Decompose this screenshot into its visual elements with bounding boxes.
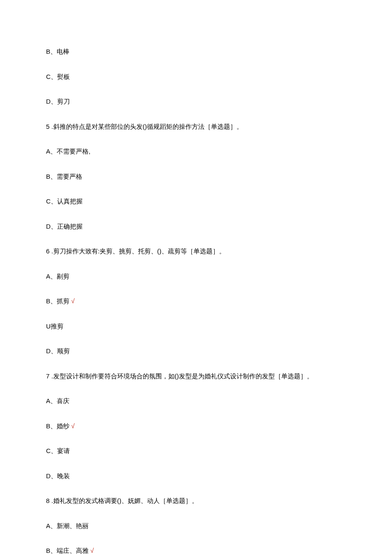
line-text: A、剔剪 xyxy=(46,273,69,280)
line-text: D、顺剪 xyxy=(46,347,70,355)
line-text: B、电棒 xyxy=(46,48,69,55)
text-line: B、抓剪√ xyxy=(46,296,346,306)
line-text: A、喜庆 xyxy=(46,397,69,404)
line-text: B、端庄、高雅 xyxy=(46,547,89,554)
text-line: 5 .斜推的特点是对某些部位的头发()循规蹈矩的操作方法［单选题］。 xyxy=(46,122,346,132)
line-text: B、婚纱 xyxy=(46,422,69,430)
line-text: U推剪 xyxy=(46,323,63,330)
line-text: B、抓剪 xyxy=(46,297,69,305)
correct-mark-icon: √ xyxy=(90,547,94,554)
line-text: 5 .斜推的特点是对某些部位的头发()循规蹈矩的操作方法［单选题］。 xyxy=(46,123,243,130)
text-line: A、新潮、艳丽 xyxy=(46,521,346,531)
text-line: C、认真把握 xyxy=(46,197,346,206)
text-line: B、需要严格 xyxy=(46,172,346,182)
text-line: A、喜庆 xyxy=(46,396,346,406)
line-text: D、晚装 xyxy=(46,472,70,479)
text-line: A、不需要严格, xyxy=(46,147,346,157)
line-text: A、新潮、艳丽 xyxy=(46,522,89,529)
content-container: B、电棒C、熨板D、剪刀5 .斜推的特点是对某些部位的头发()循规蹈矩的操作方法… xyxy=(46,47,346,555)
text-line: A、剔剪 xyxy=(46,272,346,282)
text-line: 7 .发型设计和制作要符合环境场合的氛围，如()发型是为婚礼仪式设计制作的发型［… xyxy=(46,372,346,381)
text-line: D、晚装 xyxy=(46,471,346,481)
text-line: D、顺剪 xyxy=(46,346,346,356)
text-line: C、熨板 xyxy=(46,72,346,82)
text-line: D、正确把握 xyxy=(46,222,346,232)
line-text: D、剪刀 xyxy=(46,98,70,105)
line-text: A、不需要严格, xyxy=(46,148,90,155)
line-text: 7 .发型设计和制作要符合环境场合的氛围，如()发型是为婚礼仪式设计制作的发型［… xyxy=(46,372,313,380)
line-text: C、宴请 xyxy=(46,447,70,454)
text-line: D、剪刀 xyxy=(46,97,346,107)
line-text: C、认真把握 xyxy=(46,198,83,205)
line-text: B、需要严格 xyxy=(46,173,82,180)
text-line: 8 .婚礼发型的发式格调要()、妩媚、动人［单选题］。 xyxy=(46,496,346,506)
line-text: 6 .剪刀操作大致有:夹剪、挑剪、托剪、()、疏剪等［单选题］。 xyxy=(46,247,225,255)
line-text: C、熨板 xyxy=(46,73,70,80)
text-line: C、宴请 xyxy=(46,446,346,456)
text-line: U推剪 xyxy=(46,322,346,331)
correct-mark-icon: √ xyxy=(71,422,75,430)
text-line: B、电棒 xyxy=(46,47,346,57)
correct-mark-icon: √ xyxy=(71,297,75,305)
text-line: 6 .剪刀操作大致有:夹剪、挑剪、托剪、()、疏剪等［单选题］。 xyxy=(46,247,346,256)
text-line: B、婚纱√ xyxy=(46,421,346,431)
document-page: B、电棒C、熨板D、剪刀5 .斜推的特点是对某些部位的头发()循规蹈矩的操作方法… xyxy=(0,0,392,555)
text-line: B、端庄、高雅√ xyxy=(46,546,346,555)
line-text: 8 .婚礼发型的发式格调要()、妩媚、动人［单选题］。 xyxy=(46,497,198,504)
line-text: D、正确把握 xyxy=(46,223,83,230)
